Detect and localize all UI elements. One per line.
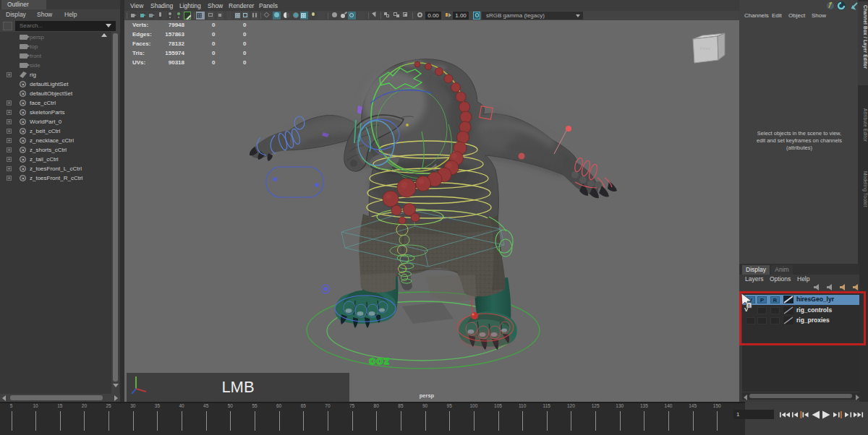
svg-text:Front: Front bbox=[700, 46, 710, 51]
svg-text:B: B bbox=[748, 303, 751, 308]
svg-text:zoo: zoo bbox=[368, 356, 389, 369]
